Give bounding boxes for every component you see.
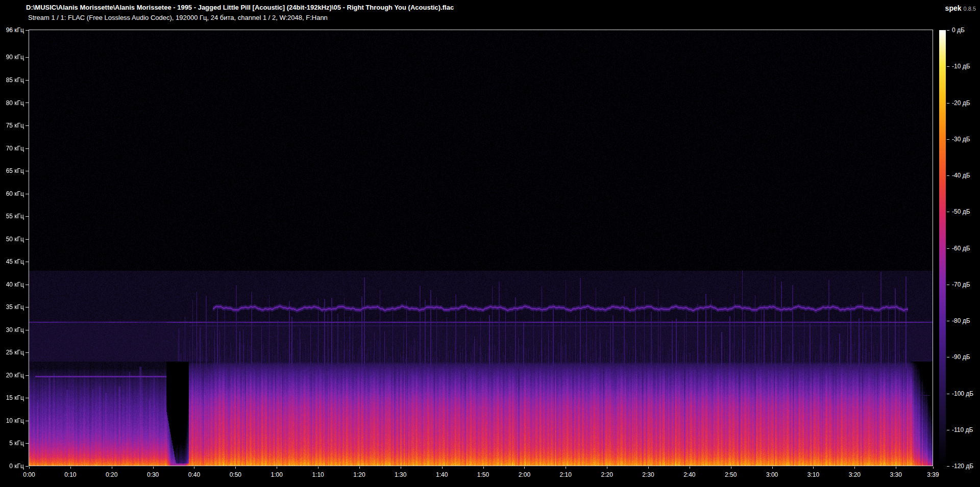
time-tick-mark [933, 467, 934, 469]
time-tick-mark [153, 467, 154, 469]
freq-tick-mark [26, 57, 29, 58]
time-tick-mark [112, 467, 112, 469]
db-tick-mark [947, 430, 949, 430]
freq-tick-label: 30 кГц [0, 326, 24, 334]
time-tick-mark [690, 467, 690, 469]
time-tick-label: 0:30 [138, 471, 168, 479]
db-tick-label: -100 дБ [952, 390, 980, 398]
time-tick-label: 2:50 [716, 471, 746, 479]
db-tick-label: -30 дБ [952, 135, 980, 143]
time-tick-mark [607, 467, 607, 469]
freq-tick-mark [26, 398, 29, 398]
freq-tick-label: 60 кГц [0, 190, 24, 198]
freq-tick-mark [26, 421, 29, 421]
freq-tick-label: 50 кГц [0, 235, 24, 243]
spectrogram-canvas [29, 30, 933, 466]
freq-tick-label: 5 кГц [0, 439, 24, 447]
freq-tick-label: 15 кГц [0, 394, 24, 402]
time-tick-label: 3:20 [839, 471, 870, 479]
time-tick-label: 0:00 [14, 471, 44, 479]
freq-tick-label: 35 кГц [0, 303, 24, 311]
db-tick-label: -20 дБ [952, 99, 980, 107]
db-tick-mark [947, 394, 949, 394]
time-tick-mark [235, 467, 236, 469]
db-tick-label: -10 дБ [952, 62, 980, 70]
time-tick-label: 1:30 [385, 471, 416, 479]
time-tick-label: 2:30 [633, 471, 664, 479]
freq-tick-label: 90 кГц [0, 53, 24, 61]
time-tick-label: 3:39 [918, 471, 948, 479]
freq-tick-mark [26, 466, 29, 467]
stream-info: Stream 1 / 1: FLAC (Free Lossless Audio … [28, 14, 328, 21]
db-tick-label: -80 дБ [952, 317, 980, 325]
freq-tick-label: 20 кГц [0, 371, 24, 379]
time-tick-mark [359, 467, 360, 469]
freq-tick-mark [26, 285, 29, 285]
db-tick-label: -90 дБ [952, 353, 980, 361]
db-tick-label: -70 дБ [952, 280, 980, 289]
freq-tick-mark [26, 330, 29, 330]
time-tick-label: 1:20 [344, 471, 375, 479]
db-tick-mark [947, 139, 949, 140]
db-tick-label: -60 дБ [952, 244, 980, 252]
freq-tick-mark [26, 216, 29, 217]
freq-tick-label: 0 кГц [0, 462, 24, 470]
freq-tick-mark [26, 30, 29, 31]
db-tick-label: -50 дБ [952, 208, 980, 216]
freq-tick-mark [26, 125, 29, 126]
file-path-title: D:\MUSIC\Alanis Morissette\Alanis Moriss… [26, 4, 454, 11]
freq-tick-mark [26, 102, 29, 103]
freq-tick-label: 85 кГц [0, 76, 24, 84]
time-tick-mark [483, 467, 484, 469]
db-colorbar [939, 30, 946, 466]
time-tick-label: 0:20 [96, 471, 127, 479]
freq-tick-label: 96 кГц [0, 26, 24, 34]
db-tick-label: -40 дБ [952, 171, 980, 180]
db-tick-label: -120 дБ [952, 462, 980, 470]
db-tick-mark [947, 30, 949, 31]
freq-tick-mark [26, 375, 29, 376]
app-version: 0.8.5 [964, 6, 976, 12]
spek-window[interactable]: D:\MUSIC\Alanis Morissette\Alanis Moriss… [0, 0, 980, 487]
time-tick-label: 0:40 [179, 471, 209, 479]
db-tick-label: 0 дБ [952, 26, 980, 34]
time-tick-label: 0:10 [55, 471, 86, 479]
time-tick-mark [854, 467, 855, 469]
time-tick-mark [813, 467, 814, 469]
time-tick-mark [566, 467, 566, 469]
db-tick-mark [947, 248, 949, 249]
time-tick-mark [318, 467, 318, 469]
time-tick-label: 1:10 [303, 471, 333, 479]
freq-tick-mark [26, 80, 29, 81]
time-tick-label: 3:30 [880, 471, 911, 479]
db-tick-mark [947, 285, 949, 285]
time-tick-mark [277, 467, 277, 469]
time-tick-mark [896, 467, 896, 469]
db-tick-mark [947, 321, 949, 321]
time-tick-mark [731, 467, 731, 469]
freq-tick-label: 75 кГц [0, 121, 24, 130]
app-name: spek [945, 4, 962, 12]
db-tick-mark [947, 212, 949, 212]
freq-tick-label: 70 кГц [0, 144, 24, 152]
db-tick-label: -110 дБ [952, 426, 980, 434]
freq-tick-label: 55 кГц [0, 212, 24, 220]
freq-tick-label: 25 кГц [0, 348, 24, 356]
freq-tick-mark [26, 148, 29, 149]
freq-tick-mark [26, 352, 29, 353]
time-tick-label: 2:20 [592, 471, 622, 479]
time-tick-mark [401, 467, 401, 469]
time-tick-mark [648, 467, 649, 469]
time-tick-label: 1:40 [427, 471, 457, 479]
freq-tick-label: 65 кГц [0, 167, 24, 175]
freq-tick-mark [26, 171, 29, 171]
time-tick-label: 3:10 [798, 471, 828, 479]
time-tick-label: 0:50 [220, 471, 251, 479]
freq-tick-mark [26, 443, 29, 444]
db-tick-mark [947, 175, 949, 176]
time-tick-mark [772, 467, 773, 469]
time-tick-mark [524, 467, 525, 469]
time-tick-mark [442, 467, 443, 469]
freq-tick-label: 45 кГц [0, 258, 24, 266]
freq-tick-label: 80 кГц [0, 99, 24, 107]
